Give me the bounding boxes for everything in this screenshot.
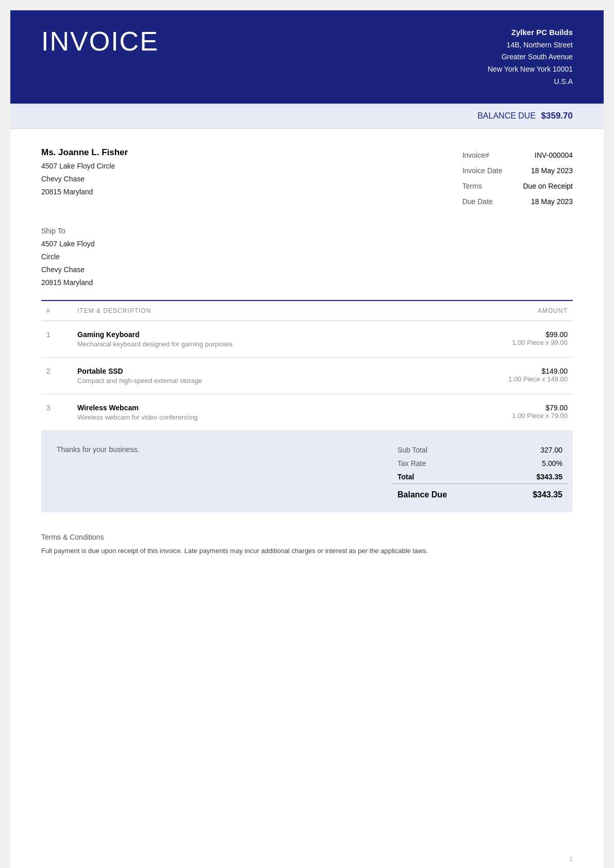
item-desc-col: Portable SSD Compact and high-speed exte…	[72, 357, 391, 394]
thanks-message: Thanks for your business.	[52, 443, 392, 454]
table-row: 2 Portable SSD Compact and high-speed ex…	[41, 357, 573, 394]
table-row: 1 Gaming Keyboard Mechanical keyboard de…	[41, 321, 573, 357]
invoice-title: INVOICE	[41, 26, 159, 57]
ship-to-label: Ship To	[41, 225, 573, 238]
billing-section: Ms. Joanne L. Fisher 4507 Lake Floyd Cir…	[41, 147, 573, 209]
bill-to-addr2: Chevy Chase	[41, 173, 128, 186]
company-address-2: Greater South Avenue	[488, 51, 573, 63]
invoice-num-label: Invoice#	[462, 147, 523, 163]
item-name: Wireless Webcam	[77, 404, 386, 412]
balance-due-bar: BALANCE DUE $359.70	[10, 104, 604, 129]
col-item: ITEM & DESCRIPTION	[72, 301, 391, 321]
company-info: Zylker PC Builds 14B, Northern Street Gr…	[488, 26, 573, 88]
balance-due-label: BALANCE DUE	[477, 111, 536, 120]
ship-to-addr4: 20815 Maryland	[41, 276, 573, 289]
item-amount: $79.00	[396, 404, 568, 412]
invoice-content: Ms. Joanne L. Fisher 4507 Lake Floyd Cir…	[10, 129, 604, 512]
item-description: Mechanical keyboard designed for gaming …	[77, 340, 386, 348]
item-amount-detail: 1.00 Piece x 99.00	[396, 339, 568, 346]
company-address-3: New York New York 10001	[488, 63, 573, 76]
subtotal-label: Sub Total	[392, 443, 497, 457]
subtotal-value: 327.00	[497, 443, 568, 457]
tax-value: 5.00%	[497, 457, 568, 470]
terms-title: Terms & Conditions	[41, 533, 573, 541]
balance-label: Balance Due	[392, 483, 497, 502]
balance-value: $343.35	[497, 483, 568, 502]
item-name: Portable SSD	[77, 367, 386, 375]
company-address-1: 14B, Northern Street	[488, 39, 573, 52]
bill-to-addr1: 4507 Lake Floyd Circle	[41, 160, 128, 173]
item-desc-col: Wireless Webcam Wireless webcam for vide…	[72, 394, 391, 430]
invoice-due-date-value: 18 May 2023	[523, 194, 573, 209]
invoice-terms-value: Due on Receipt	[523, 178, 573, 194]
invoice-date-label: Invoice Date	[462, 163, 523, 178]
terms-section: Terms & Conditions Full payment is due u…	[10, 512, 604, 572]
bill-to-section: Ms. Joanne L. Fisher 4507 Lake Floyd Cir…	[41, 147, 128, 209]
ship-to-addr1: 4507 Lake Floyd	[41, 238, 573, 251]
col-num: #	[41, 301, 72, 321]
invoice-due-date-label: Due Date	[462, 194, 523, 209]
bill-to-address: 4507 Lake Floyd Circle Chevy Chase 20815…	[41, 160, 128, 199]
item-amount-detail: 1.00 Piece x 79.00	[396, 412, 568, 420]
table-row: 3 Wireless Webcam Wireless webcam for vi…	[41, 394, 573, 430]
item-name: Gaming Keyboard	[77, 330, 386, 339]
item-description: Wireless webcam for video conferencing	[77, 413, 386, 421]
item-amount-col: $79.00 1.00 Piece x 79.00	[391, 394, 573, 430]
ship-to-addr3: Chevy Chase	[41, 263, 573, 276]
ship-to-addr2: Circle	[41, 251, 573, 263]
company-name: Zylker PC Builds	[488, 26, 573, 39]
total-label: Total	[392, 470, 497, 484]
invoice-terms-label: Terms	[462, 178, 523, 194]
item-description: Compact and high-speed external storage	[77, 377, 386, 385]
totals-section: Sub Total 327.00 Tax Rate 5.00% Total $3…	[392, 443, 568, 502]
invoice-num-value: INV-000004	[523, 147, 573, 163]
item-num: 1	[41, 321, 72, 357]
tax-label: Tax Rate	[392, 457, 497, 470]
footer-row: Thanks for your business. Sub Total 327.…	[41, 431, 573, 512]
terms-text: Full payment is due upon receipt of this…	[41, 545, 573, 557]
balance-due-amount: $359.70	[541, 111, 573, 121]
invoice-page: INVOICE Zylker PC Builds 14B, Northern S…	[10, 10, 604, 868]
item-amount: $99.00	[396, 330, 568, 339]
item-num: 3	[41, 394, 72, 430]
item-amount-col: $99.00 1.00 Piece x 99.00	[391, 321, 573, 357]
item-amount-col: $149.00 1.00 Piece x 149.00	[391, 357, 573, 394]
item-desc-col: Gaming Keyboard Mechanical keyboard desi…	[72, 321, 391, 357]
invoice-date-value: 18 May 2023	[523, 163, 573, 178]
item-num: 2	[41, 357, 72, 394]
bill-to-name: Ms. Joanne L. Fisher	[41, 147, 128, 158]
company-address-4: U.S.A	[488, 76, 573, 88]
item-amount-detail: 1.00 Piece x 149.00	[396, 375, 568, 383]
total-value: $343.35	[497, 470, 568, 484]
page-number: 1	[569, 856, 573, 863]
header: INVOICE Zylker PC Builds 14B, Northern S…	[10, 10, 604, 104]
item-amount: $149.00	[396, 367, 568, 375]
col-amount: AMOUNT	[391, 301, 573, 321]
ship-to-section: Ship To 4507 Lake Floyd Circle Chevy Cha…	[41, 225, 573, 290]
items-table: # ITEM & DESCRIPTION AMOUNT 1 Gaming Key…	[41, 300, 573, 431]
bill-to-addr3: 20815 Maryland	[41, 186, 128, 198]
invoice-meta: Invoice# INV-000004 Invoice Date 18 May …	[462, 147, 573, 209]
